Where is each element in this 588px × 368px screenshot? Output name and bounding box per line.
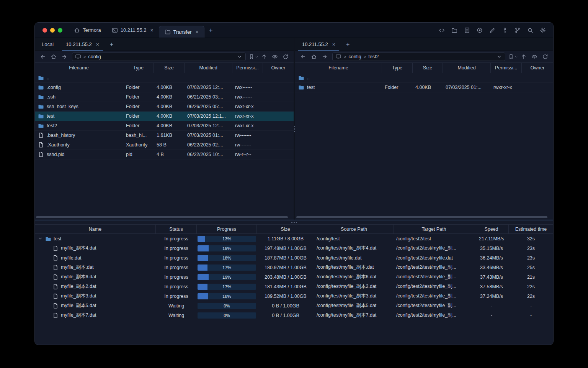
column-header-size[interactable]: Size: [413, 63, 443, 73]
transfer-row[interactable]: myfile_副本5.dat Waiting 0% 0 B / 1.00GB /…: [35, 301, 553, 310]
home-button[interactable]: [49, 53, 59, 61]
transfer-row[interactable]: test In progress 13% 1.11GB / 8.00GB /co…: [35, 234, 553, 243]
transfer-row[interactable]: myfile_副本2.dat In progress 17% 181.43MB …: [35, 282, 553, 291]
table-row[interactable]: ..: [35, 73, 294, 83]
forward-button[interactable]: [320, 53, 330, 61]
column-header-target-path[interactable]: Target Path: [394, 225, 474, 233]
chevron-down-icon[interactable]: [38, 236, 43, 241]
refresh-button[interactable]: [540, 53, 550, 61]
chevron-down-icon[interactable]: [237, 54, 243, 60]
table-row[interactable]: .bash_history bash_hi... 1.61KB 07/03/20…: [35, 131, 294, 140]
size-cell: 4.00KB: [154, 104, 185, 109]
type-cell: pid: [123, 152, 154, 157]
transfer-row[interactable]: myfile_副本4.dat In progress 19% 197.48MB …: [35, 243, 553, 253]
permissions-cell: rwxr-xr-x: [491, 85, 522, 90]
bookmark-button[interactable]: [508, 53, 518, 61]
table-row[interactable]: .ssh Folder 4.00KB 06/21/2025 03:... rwx…: [35, 92, 294, 102]
close-tab-icon[interactable]: ×: [332, 41, 335, 48]
column-header-permissions[interactable]: Permissi...: [232, 63, 263, 73]
breadcrumb-segment[interactable]: config: [348, 54, 361, 59]
column-header-progress[interactable]: Progress: [197, 225, 257, 233]
column-header-size[interactable]: Size: [154, 63, 185, 73]
breadcrumb-separator: >: [344, 54, 346, 59]
transfer-row[interactable]: myfile_副本6.dat In progress 19% 203.48MB …: [35, 272, 553, 282]
column-header-source-path[interactable]: Source Path: [314, 225, 394, 233]
record-button[interactable]: [475, 26, 484, 34]
up-directory-button[interactable]: [519, 53, 529, 61]
transfer-row[interactable]: myfile_副本7.dat Waiting 0% 0 B / 1.00GB /…: [35, 310, 553, 320]
table-row[interactable]: .config Folder 4.00KB 07/02/2025 12:... …: [35, 83, 294, 92]
size-cell: 0 B / 1.00GB: [257, 303, 314, 309]
transfer-splitter[interactable]: [35, 220, 553, 224]
branch-button[interactable]: [513, 26, 522, 34]
table-row[interactable]: test Folder 4.00KB 07/03/2025 01:... rwx…: [295, 83, 553, 92]
chevron-down-icon[interactable]: [496, 54, 502, 60]
column-header-estimated-time[interactable]: Estimated time: [509, 225, 553, 233]
bookmark-button[interactable]: [248, 53, 258, 61]
table-row-selected[interactable]: test Folder 4.00KB 07/03/2025 12:1... rw…: [35, 112, 294, 121]
transfer-name: myfile_副本2.dat: [61, 283, 96, 290]
column-header-modified[interactable]: Modified: [443, 63, 491, 73]
transfer-row[interactable]: myfile_副本3.dat In progress 18% 189.52MB …: [35, 291, 553, 301]
edit-button[interactable]: [488, 26, 497, 34]
path-breadcrumb[interactable]: > config > test2: [332, 53, 505, 61]
close-window-button[interactable]: [42, 28, 47, 33]
back-button[interactable]: [38, 53, 48, 61]
tab-transfer[interactable]: Transfer ×: [159, 26, 204, 38]
zoom-window-button[interactable]: [58, 28, 62, 33]
new-panel-tab-button[interactable]: +: [341, 38, 354, 51]
column-header-modified[interactable]: Modified: [185, 63, 232, 73]
table-row[interactable]: test2 Folder 4.00KB 07/03/2025 12:... rw…: [35, 121, 294, 131]
size-cell: 180.97MB / 1.00GB: [257, 265, 314, 270]
breadcrumb-segment[interactable]: test2: [368, 54, 379, 59]
horizontal-scrollbar[interactable]: [296, 216, 550, 218]
scrollbar-thumb[interactable]: [296, 216, 547, 218]
close-tab-icon[interactable]: ×: [96, 41, 99, 48]
table-row[interactable]: ssh_host_keys Folder 4.00KB 06/26/2025 0…: [35, 102, 294, 112]
scrollbar-thumb[interactable]: [36, 216, 288, 218]
log-button[interactable]: [463, 26, 471, 34]
column-header-name[interactable]: Name: [35, 225, 156, 233]
new-panel-tab-button[interactable]: +: [105, 38, 118, 51]
settings-button[interactable]: [539, 26, 547, 34]
refresh-button[interactable]: [281, 53, 291, 61]
search-button[interactable]: [526, 26, 534, 34]
key-button[interactable]: [501, 26, 509, 34]
path-breadcrumb[interactable]: > config: [72, 53, 246, 61]
tab-termora[interactable]: Termora: [69, 23, 106, 38]
breadcrumb-segment[interactable]: config: [88, 54, 101, 59]
column-header-permissions[interactable]: Permissi...: [491, 63, 522, 73]
column-header-type[interactable]: Type: [382, 63, 413, 73]
column-header-type[interactable]: Type: [123, 63, 154, 73]
column-header-owner[interactable]: Owner: [522, 63, 553, 73]
show-hidden-files-button[interactable]: [270, 53, 280, 61]
horizontal-scrollbar[interactable]: [36, 216, 291, 218]
home-button[interactable]: [309, 53, 319, 61]
type-cell: Folder: [382, 85, 413, 90]
new-tab-button[interactable]: +: [204, 23, 217, 38]
transfer-row[interactable]: myfile.dat In progress 18% 187.87MB / 1.…: [35, 253, 553, 263]
up-directory-button[interactable]: [259, 53, 269, 61]
forward-button[interactable]: [59, 53, 69, 61]
table-row[interactable]: ..: [295, 73, 553, 83]
show-hidden-files-button[interactable]: [529, 53, 539, 61]
column-header-speed[interactable]: Speed: [474, 225, 509, 233]
close-tab-icon[interactable]: ×: [196, 29, 199, 35]
minimize-window-button[interactable]: [50, 28, 55, 33]
back-button[interactable]: [298, 53, 308, 61]
column-header-filename[interactable]: Filename: [295, 63, 382, 73]
tab-remote-10-211-55-2[interactable]: 10.211.55.2 ×: [296, 38, 341, 51]
code-button[interactable]: [438, 26, 446, 34]
table-row[interactable]: .Xauthority Xauthority 58 B 06/22/2025 0…: [35, 140, 294, 150]
folder-button[interactable]: [450, 26, 459, 34]
column-header-status[interactable]: Status: [156, 225, 197, 233]
tab-host-10-211-55-2[interactable]: 10.211.55.2 ×: [106, 23, 159, 38]
transfer-row[interactable]: myfile_副本.dat In progress 17% 180.97MB /…: [35, 263, 553, 272]
close-tab-icon[interactable]: ×: [150, 27, 153, 33]
table-row[interactable]: sshd.pid pid 4 B 06/22/2025 10:... rw-r-…: [35, 150, 294, 159]
column-header-owner[interactable]: Owner: [263, 63, 294, 73]
column-header-filename[interactable]: Filename: [35, 63, 123, 73]
tab-remote-10-211-55-2[interactable]: 10.211.55.2 ×: [60, 38, 105, 51]
column-header-size[interactable]: Size: [257, 225, 314, 233]
tab-local[interactable]: Local: [36, 38, 60, 51]
